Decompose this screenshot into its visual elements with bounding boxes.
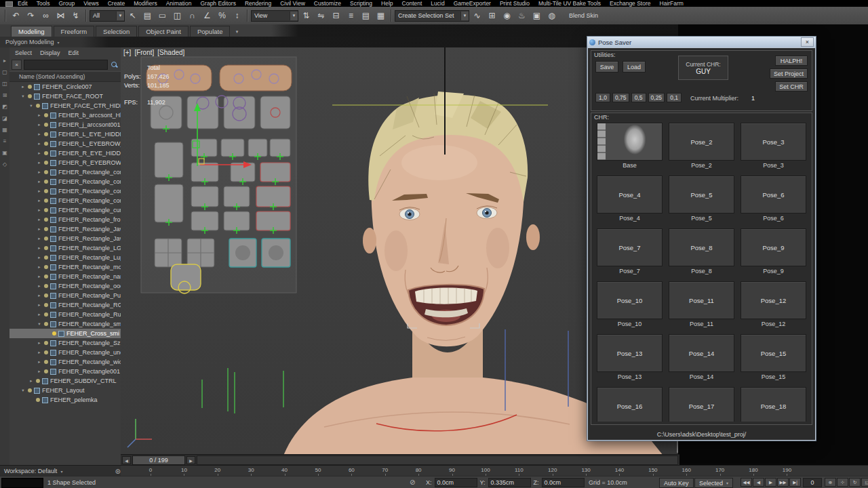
pose-button[interactable]: Pose_17 xyxy=(669,387,734,422)
explorer-search-input[interactable] xyxy=(24,60,108,70)
expand-arrow-icon[interactable]: ▸ xyxy=(37,312,42,317)
tree-row[interactable]: FEHER_Cross_smi xyxy=(9,329,121,338)
pose-button[interactable]: Pose_3 xyxy=(741,123,806,161)
tree-row[interactable]: ▸ FEHER_Rectangle_mo xyxy=(9,262,121,272)
spinner-snap-icon[interactable]: ↕ xyxy=(230,9,244,22)
tree-row[interactable]: ▾ FEHER_Layout xyxy=(9,386,121,395)
expand-arrow-icon[interactable]: ▸ xyxy=(37,340,42,346)
tree-row[interactable]: ▸ FEHER_Rectangle_RG xyxy=(9,300,121,310)
timeline-tick[interactable]: 40 xyxy=(285,466,318,476)
pose-button[interactable]: Pose_4 xyxy=(597,176,663,214)
layout-list-icon[interactable]: ≡ xyxy=(3,139,7,144)
menu-item[interactable]: Customize xyxy=(314,0,341,7)
timeline-tick[interactable]: 0 xyxy=(151,466,184,476)
snap-toggle-icon[interactable]: ∩ xyxy=(185,9,199,22)
clear-search-icon[interactable]: × xyxy=(12,60,22,70)
tree-row[interactable]: ▸ FEHER_SUBDIV_CTRL xyxy=(9,376,121,386)
expand-arrow-icon[interactable]: ▸ xyxy=(37,359,42,365)
expand-arrow-icon[interactable]: ▸ xyxy=(37,141,42,146)
menu-item[interactable]: GameExporter xyxy=(454,0,491,7)
expand-arrow-icon[interactable]: ▸ xyxy=(37,160,42,165)
expand-arrow-icon[interactable]: ▾ xyxy=(20,94,26,99)
explorer-menu-item[interactable]: Select xyxy=(15,49,32,56)
viewport-menu-plus[interactable]: [+] xyxy=(123,49,131,56)
layout-left-icon[interactable]: ◩ xyxy=(2,104,7,110)
expand-arrow-icon[interactable]: ▸ xyxy=(37,198,42,203)
menu-item[interactable]: Graph Editors xyxy=(200,0,235,7)
curve-editor-icon[interactable]: ∿ xyxy=(470,9,484,22)
expand-arrow-icon[interactable]: ▸ xyxy=(37,274,42,279)
menu-item[interactable]: Edit xyxy=(18,0,28,7)
tree-row[interactable]: ▸ FEHER_Rectangle_LGr xyxy=(9,243,121,253)
time-slider-handle[interactable]: 0 / 199 xyxy=(132,455,185,465)
tree-row[interactable]: FEHER_pelemka xyxy=(9,395,121,405)
select-object-icon[interactable]: ↖ xyxy=(125,9,140,22)
menu-item[interactable]: Multi-Tile UV Bake Tools xyxy=(538,0,601,7)
tree-row[interactable]: ▸ FEHER_Rectangle_cun xyxy=(9,205,121,215)
expand-arrow-icon[interactable]: ▾ xyxy=(37,321,42,327)
menu-item[interactable]: Civil View xyxy=(280,0,305,7)
tree-row[interactable]: ▸ FEHER_Rectangle_Jav xyxy=(9,224,121,234)
layout-diamond-icon[interactable]: ◇ xyxy=(3,162,7,167)
pose-button[interactable]: Pose_11 xyxy=(669,281,734,319)
expand-arrow-icon[interactable]: ▸ xyxy=(37,169,42,175)
explorer-column-header[interactable]: Name (Sorted Ascending) xyxy=(9,71,121,82)
x-coordinate-field[interactable]: 0.0cm xyxy=(435,478,477,487)
menu-item[interactable]: HairFarm xyxy=(660,0,684,7)
pose-button[interactable]: Pose_14 xyxy=(669,334,734,372)
expand-arrow-icon[interactable]: ▸ xyxy=(37,179,42,184)
percent-snap-icon[interactable]: % xyxy=(215,9,229,22)
viewport-menu-view[interactable]: [Front] xyxy=(134,49,154,56)
track-bar[interactable]: 0102030405060708090100110120130140150160… xyxy=(121,465,868,476)
multiplier-button[interactable]: 0,1 xyxy=(667,93,682,102)
expand-arrow-icon[interactable]: ▸ xyxy=(37,150,42,156)
menu-item[interactable]: Group xyxy=(59,0,75,7)
layout-arrow-icon[interactable]: ▸ xyxy=(3,58,6,64)
zoom-extents-icon[interactable]: ⊕ xyxy=(825,478,836,487)
close-icon[interactable]: × xyxy=(801,37,814,47)
pose-saver-titlebar[interactable]: Pose Saver × xyxy=(587,37,816,47)
next-frame-icon[interactable]: ▶▶ xyxy=(777,478,789,487)
align-icon[interactable]: ⊟ xyxy=(329,9,343,22)
expand-arrow-icon[interactable]: ▸ xyxy=(37,113,42,118)
viewport-spinner-icon[interactable]: ⇅ xyxy=(299,9,313,22)
key-filter-dropdown[interactable]: Selected ▾ xyxy=(694,478,733,488)
tree-row[interactable]: ▸ FEHER_Rectangle_Sz xyxy=(9,338,121,348)
layout-quad-icon[interactable]: ⊞ xyxy=(3,93,7,98)
workspace-selector[interactable]: Workspace: Default ▾ ⊛ xyxy=(0,465,125,476)
tree-row[interactable]: ▸ FEHER_Rectangle_fro xyxy=(9,215,121,224)
ribbon-tab[interactable]: Modeling xyxy=(11,26,52,37)
tree-row[interactable]: ▸ FEHER_Rectangle_Jav xyxy=(9,234,121,243)
maximize-viewport-icon[interactable]: ◱ xyxy=(861,478,868,487)
pose-button[interactable]: Pose_15 xyxy=(741,334,806,372)
tree-row[interactable]: ▸ FEHER_Rectangle001 xyxy=(9,367,121,376)
timeline-tick[interactable]: 80 xyxy=(418,466,452,476)
expand-arrow-icon[interactable]: ▸ xyxy=(37,122,42,127)
layout-right-icon[interactable]: ◪ xyxy=(2,116,7,121)
timeline-tick[interactable]: 50 xyxy=(318,466,351,476)
expand-arrow-icon[interactable]: ▸ xyxy=(37,283,42,289)
bind-spacewarp-icon[interactable]: ↯ xyxy=(68,9,83,22)
pose-button[interactable]: Pose_16 xyxy=(597,387,663,422)
window-crossing-icon[interactable]: ◫ xyxy=(170,9,184,22)
menu-item[interactable]: Content xyxy=(402,0,422,7)
expand-arrow-icon[interactable]: ▸ xyxy=(37,131,42,137)
load-button[interactable]: Load xyxy=(623,61,646,73)
explorer-menu-item[interactable]: Display xyxy=(40,49,60,56)
pose-button[interactable]: Pose_8 xyxy=(669,228,734,266)
expand-arrow-icon[interactable]: ▸ xyxy=(37,236,42,241)
expand-arrow-icon[interactable]: ▸ xyxy=(37,369,42,374)
ribbon-tab[interactable]: Populate xyxy=(190,26,231,37)
expand-arrow-icon[interactable]: ▸ xyxy=(37,226,42,232)
ribbon-tab[interactable]: Freeform xyxy=(54,26,95,37)
tree-row[interactable]: ▸ FEHER_Rectangle_Lup xyxy=(9,253,121,262)
tree-row[interactable]: ▸ FEHER_b_arccsont_Hl xyxy=(9,110,121,120)
pose-button[interactable]: Pose_13 xyxy=(597,334,663,372)
y-coordinate-field[interactable]: 0.335cm xyxy=(488,478,531,487)
menu-item[interactable]: Views xyxy=(83,0,99,7)
tree-row[interactable]: ▸ FEHER_Rectangle_wio xyxy=(9,357,121,367)
auto-key-button[interactable]: Auto Key xyxy=(659,478,694,488)
tree-row[interactable]: ▸ FEHER_Circle007 xyxy=(9,82,121,92)
selection-filter-dropdown[interactable]: All▼ xyxy=(90,10,125,22)
pose-button[interactable]: Pose_12 xyxy=(741,281,806,319)
